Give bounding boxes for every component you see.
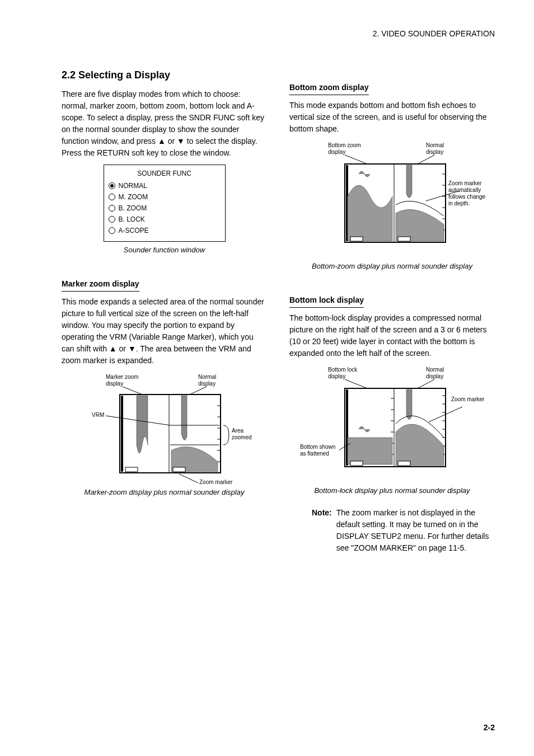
svg-text:display: display [198, 381, 216, 387]
note-label: Note: [312, 507, 332, 554]
note: Note: The zoom marker is not displayed i… [289, 507, 495, 554]
page-number: 2-2 [484, 722, 495, 734]
svg-line-52 [418, 379, 434, 388]
sounder-func-window: SOUNDER FUNC NORMAL M. ZOOM B. ZOOM B. L… [104, 165, 226, 242]
svg-line-27 [345, 155, 367, 164]
svg-text:Normal: Normal [198, 374, 216, 380]
svg-rect-22 [173, 467, 185, 472]
bottom-zoom-text: This mode expands bottom and bottom fish… [289, 100, 495, 135]
note-text: The zoom marker is not displayed in the … [336, 507, 495, 554]
svg-text:Normal: Normal [426, 142, 444, 148]
svg-text:Area: Area [232, 428, 244, 434]
svg-line-23 [179, 474, 198, 483]
bottom-zoom-heading: Bottom zoom display [289, 82, 369, 95]
func-option: B. ZOOM [109, 203, 221, 213]
marker-zoom-heading: Marker zoom display [62, 278, 139, 292]
func-window-title: SOUNDER FUNC [109, 168, 221, 179]
svg-text:Zoom marker: Zoom marker [451, 396, 485, 402]
svg-line-30 [418, 155, 434, 164]
func-option: B. LOCK [109, 214, 221, 224]
bottom-lock-diagram: Bottom lock display Normal display [289, 365, 495, 482]
svg-text:Zoom marker: Zoom marker [448, 180, 482, 186]
radio-icon [109, 216, 115, 223]
svg-text:as flattened: as flattened [300, 450, 329, 457]
svg-rect-77 [398, 461, 410, 466]
svg-text:Zoom marker: Zoom marker [199, 479, 233, 484]
caption: Marker-zoom display plus normal sounder … [62, 487, 267, 498]
func-option: NORMAL [109, 181, 221, 191]
svg-text:Bottom shown: Bottom shown [300, 444, 335, 450]
svg-rect-46 [398, 237, 410, 241]
svg-text:in depth.: in depth. [448, 200, 470, 206]
svg-text:VRM: VRM [92, 412, 104, 418]
svg-text:display: display [426, 149, 443, 155]
radio-icon [109, 205, 115, 212]
marker-zoom-text: This mode expands a selected area of the… [62, 296, 267, 367]
svg-text:zoomed: zoomed [232, 434, 252, 440]
marker-zoom-diagram: Marker zoom display Normal display [62, 372, 267, 484]
bottom-lock-text: The bottom-lock display provides a compr… [289, 312, 495, 359]
radio-icon [109, 194, 115, 200]
radio-icon [109, 227, 115, 234]
svg-text:Bottom lock: Bottom lock [328, 367, 358, 373]
caption: Bottom-zoom display plus normal sounder … [289, 261, 495, 272]
caption: Bottom-lock display plus normal sounder … [289, 485, 495, 496]
caption: Sounder function window [62, 245, 267, 256]
svg-rect-21 [125, 467, 138, 472]
svg-rect-70 [348, 438, 392, 464]
svg-text:Normal: Normal [426, 367, 444, 373]
right-column: Bottom zoom display This mode expands bo… [289, 68, 495, 554]
bottom-zoom-diagram: Bottom zoom display Normal display [289, 140, 495, 258]
svg-line-5 [190, 387, 207, 395]
svg-text:follows change: follows change [448, 194, 486, 200]
svg-text:Bottom zoom: Bottom zoom [328, 142, 361, 148]
func-option: M. ZOOM [109, 192, 221, 202]
func-option: A-SCOPE [109, 226, 221, 236]
svg-text:display: display [328, 373, 345, 379]
svg-text:Marker zoom: Marker zoom [106, 374, 138, 380]
radio-icon [109, 182, 115, 189]
svg-line-49 [345, 379, 367, 388]
svg-rect-8 [121, 396, 123, 472]
svg-rect-76 [350, 461, 363, 466]
chapter-header: 2. VIDEO SOUNDER OPERATION [62, 28, 495, 40]
svg-line-2 [123, 387, 142, 395]
left-column: 2.2 Selecting a Display There are five d… [62, 68, 267, 554]
intro-paragraph: There are five display modes from which … [62, 88, 267, 159]
svg-text:display: display [426, 373, 443, 379]
svg-text:automatically: automatically [448, 187, 481, 193]
svg-text:display: display [328, 149, 345, 155]
bottom-lock-heading: Bottom lock display [289, 294, 364, 308]
svg-text:display: display [106, 381, 123, 387]
svg-rect-45 [350, 237, 363, 241]
section-title: 2.2 Selecting a Display [62, 68, 267, 83]
